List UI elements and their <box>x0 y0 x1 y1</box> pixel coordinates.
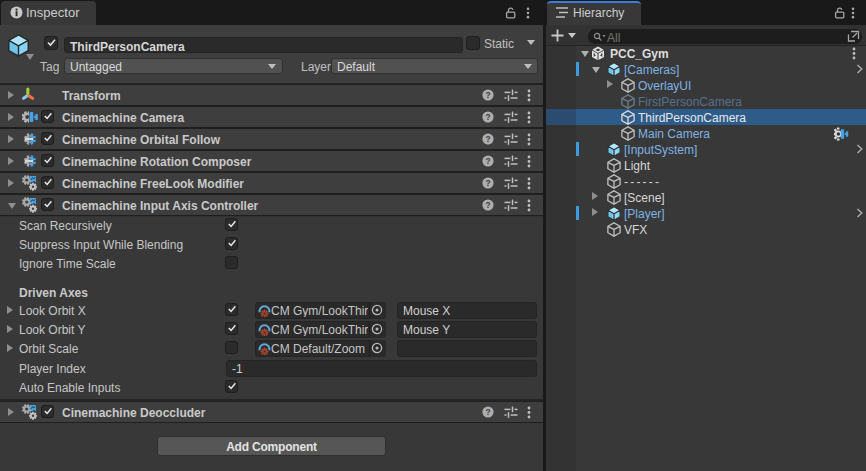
svg-text:?: ? <box>485 90 490 100</box>
svg-text:?: ? <box>485 407 490 417</box>
svg-text:?: ? <box>485 178 490 188</box>
svg-text:?: ? <box>485 200 490 210</box>
svg-text:?: ? <box>485 156 490 166</box>
svg-text:?: ? <box>485 112 490 122</box>
svg-text:?: ? <box>485 134 490 144</box>
